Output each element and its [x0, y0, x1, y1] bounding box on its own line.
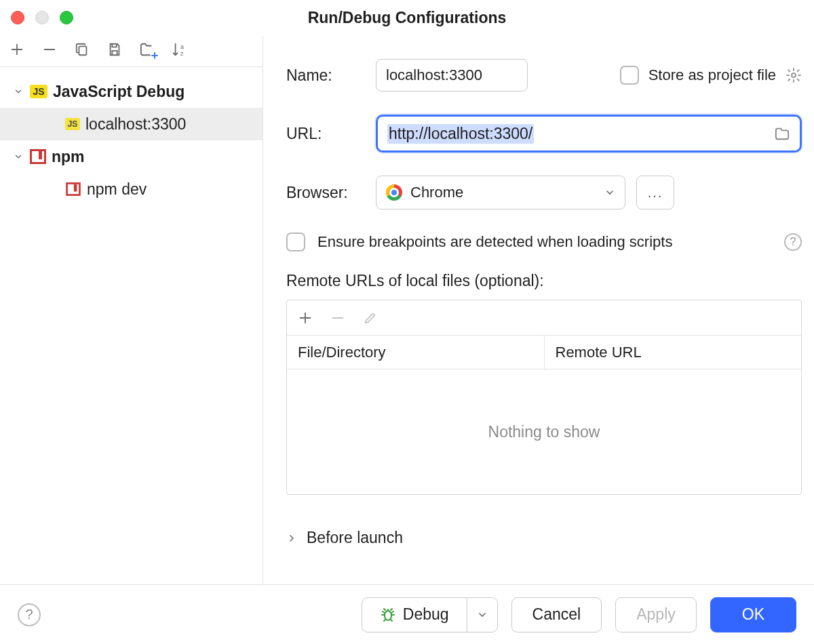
- url-input-value: http://localhost:3300/: [387, 124, 534, 144]
- remote-urls-empty: Nothing to show: [287, 369, 801, 494]
- dialog-footer: ? Debug Cancel Apply OK: [0, 584, 814, 644]
- debug-dropdown-button[interactable]: [467, 597, 498, 632]
- name-input[interactable]: localhost:3300: [376, 59, 528, 92]
- debug-button[interactable]: Debug: [362, 597, 467, 632]
- javascript-icon: JS: [30, 85, 47, 98]
- store-as-project-file-label: Store as project file: [648, 66, 776, 84]
- tree-group-javascript-debug[interactable]: JS JavaScript Debug: [0, 75, 263, 108]
- gear-icon[interactable]: [786, 67, 802, 83]
- help-icon[interactable]: ?: [784, 233, 802, 251]
- chevron-down-icon: [12, 87, 24, 96]
- help-button[interactable]: ?: [18, 603, 41, 626]
- ensure-breakpoints-label: Ensure breakpoints are detected when loa…: [317, 233, 672, 251]
- ensure-breakpoints-row: Ensure breakpoints are detected when loa…: [286, 233, 802, 251]
- svg-point-4: [385, 611, 391, 620]
- add-configuration-button[interactable]: [8, 41, 26, 58]
- remote-urls-header: File/Directory Remote URL: [287, 336, 801, 369]
- npm-icon: [30, 149, 46, 164]
- configurations-sidebar: az JS JavaScript Debug JS localhost:3300: [0, 36, 263, 584]
- sort-alphabetically-button[interactable]: az: [171, 41, 189, 58]
- tree-item-npm-dev[interactable]: npm dev: [0, 173, 263, 205]
- chevron-down-icon: [604, 187, 615, 198]
- debug-split-button: Debug: [362, 597, 498, 632]
- browser-row: Browser: Chrome ...: [286, 176, 802, 209]
- save-configuration-button[interactable]: [106, 41, 123, 58]
- svg-rect-0: [79, 46, 86, 55]
- column-remote-url: Remote URL: [545, 336, 802, 369]
- browser-more-button[interactable]: ...: [636, 176, 674, 209]
- browse-folder-icon[interactable]: [774, 126, 790, 141]
- javascript-icon: JS: [65, 118, 80, 130]
- configuration-form: Name: localhost:3300 Store as project fi…: [263, 36, 814, 584]
- svg-point-3: [792, 73, 796, 77]
- apply-button-label: Apply: [636, 605, 676, 624]
- window-title: Run/Debug Configurations: [308, 9, 507, 27]
- window-controls: [11, 11, 73, 24]
- titlebar: Run/Debug Configurations: [0, 0, 814, 35]
- before-launch-label: Before launch: [307, 529, 403, 547]
- cancel-button-label: Cancel: [532, 605, 581, 624]
- npm-icon: [66, 182, 81, 196]
- close-window-button[interactable]: [11, 11, 24, 24]
- apply-button[interactable]: Apply: [615, 597, 697, 632]
- add-mapping-button[interactable]: [298, 310, 313, 325]
- configurations-tree: JS JavaScript Debug JS localhost:3300 np…: [0, 67, 263, 205]
- tree-group-label: JavaScript Debug: [53, 83, 185, 101]
- url-row: URL: http://localhost:3300/: [286, 115, 802, 153]
- minimize-window-button[interactable]: [35, 11, 49, 24]
- name-input-value: localhost:3300: [386, 66, 482, 84]
- column-file-directory: File/Directory: [287, 336, 545, 369]
- browser-select[interactable]: Chrome: [376, 176, 625, 209]
- browser-select-value: Chrome: [410, 184, 463, 201]
- debug-button-label: Debug: [403, 605, 449, 624]
- remote-urls-label: Remote URLs of local files (optional):: [286, 272, 802, 290]
- tree-item-label: localhost:3300: [85, 115, 186, 134]
- remote-urls-toolbar: [287, 300, 801, 336]
- name-row: Name: localhost:3300 Store as project fi…: [286, 59, 802, 92]
- ok-button-label: OK: [742, 605, 764, 624]
- copy-configuration-button[interactable]: [73, 41, 91, 58]
- browser-label: Browser:: [286, 184, 376, 202]
- tree-group-npm[interactable]: npm: [0, 140, 263, 173]
- svg-text:z: z: [180, 50, 184, 57]
- tree-item-label: npm dev: [87, 180, 147, 199]
- remote-urls-table: File/Directory Remote URL Nothing to sho…: [286, 300, 802, 495]
- url-input[interactable]: http://localhost:3300/: [376, 115, 802, 153]
- chevron-right-icon: [286, 533, 297, 544]
- sidebar-toolbar: az: [0, 36, 263, 67]
- cancel-button[interactable]: Cancel: [511, 597, 602, 632]
- remove-mapping-button[interactable]: [330, 310, 345, 325]
- edit-templates-button[interactable]: [138, 41, 156, 58]
- name-label: Name:: [286, 66, 376, 85]
- svg-text:a: a: [180, 43, 185, 50]
- store-as-project-file-checkbox[interactable]: [620, 66, 639, 85]
- ok-button[interactable]: OK: [710, 597, 796, 632]
- edit-mapping-button[interactable]: [363, 310, 378, 325]
- tree-group-label: npm: [52, 148, 85, 166]
- remove-configuration-button[interactable]: [41, 41, 58, 58]
- ensure-breakpoints-checkbox[interactable]: [286, 233, 305, 251]
- tree-item-localhost-3300[interactable]: JS localhost:3300: [0, 108, 263, 140]
- bug-icon: [380, 607, 396, 623]
- zoom-window-button[interactable]: [60, 11, 73, 24]
- chrome-icon: [386, 184, 402, 201]
- chevron-down-icon: [12, 152, 24, 161]
- before-launch-section[interactable]: Before launch: [286, 529, 802, 547]
- url-label: URL:: [286, 125, 376, 143]
